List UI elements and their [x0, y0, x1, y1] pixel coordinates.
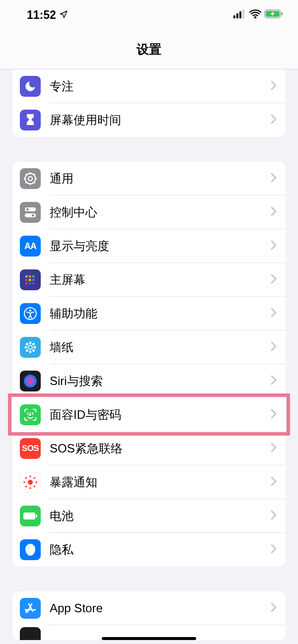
- row-privacy[interactable]: 隐私: [12, 533, 286, 567]
- svg-point-49: [35, 481, 37, 483]
- wallpaper-icon: [20, 337, 41, 358]
- row-focus[interactable]: 专注: [12, 69, 286, 103]
- cellular-icon: [233, 9, 246, 20]
- row-label: 墙纸: [50, 339, 271, 355]
- chevron-right-icon: [271, 544, 277, 556]
- svg-line-14: [26, 174, 27, 175]
- svg-line-16: [26, 182, 27, 183]
- svg-rect-30: [32, 282, 35, 285]
- svg-point-47: [29, 487, 31, 489]
- home-indicator[interactable]: [102, 637, 196, 641]
- svg-point-33: [28, 345, 32, 349]
- row-label: 显示与亮度: [50, 238, 271, 254]
- svg-point-51: [34, 477, 36, 479]
- row-battery[interactable]: 电池: [12, 499, 286, 533]
- home-screen-icon: [20, 269, 41, 290]
- svg-point-46: [29, 475, 31, 477]
- svg-rect-29: [29, 282, 31, 285]
- svg-point-50: [25, 477, 27, 479]
- status-bar: 11:52: [0, 0, 298, 30]
- row-label: 通用: [50, 171, 271, 187]
- row-wallpaper[interactable]: 墙纸: [12, 330, 286, 364]
- svg-point-52: [25, 486, 27, 488]
- status-time: 11:52: [27, 8, 56, 22]
- row-general[interactable]: 通用: [12, 162, 286, 195]
- row-label: 辅助功能: [50, 306, 271, 322]
- chevron-right-icon: [271, 114, 277, 126]
- row-appstore[interactable]: App Store: [12, 591, 286, 625]
- svg-line-15: [34, 182, 35, 183]
- row-exposure[interactable]: 暴露通知: [12, 465, 286, 499]
- battery-icon: [264, 9, 283, 20]
- focus-icon: [20, 76, 41, 97]
- svg-point-40: [26, 349, 28, 352]
- chevron-right-icon: [271, 510, 277, 522]
- row-label: 暴露通知: [50, 474, 271, 490]
- chevron-right-icon: [271, 409, 277, 421]
- siri-icon: [20, 371, 41, 391]
- row-label: 电池: [50, 508, 271, 524]
- svg-point-35: [29, 351, 32, 353]
- accessibility-icon: [20, 303, 41, 324]
- svg-point-37: [34, 346, 36, 349]
- svg-rect-1: [236, 13, 238, 18]
- row-label: 屏幕使用时间: [50, 112, 271, 128]
- chevron-right-icon: [271, 206, 277, 218]
- chevron-right-icon: [271, 240, 277, 252]
- privacy-icon: [20, 539, 41, 560]
- chevron-right-icon: [271, 308, 277, 320]
- chevron-right-icon: [271, 274, 277, 286]
- display-icon: AA: [20, 236, 41, 257]
- svg-rect-26: [29, 279, 31, 281]
- svg-rect-24: [32, 275, 35, 278]
- control-center-icon: [20, 202, 41, 223]
- screentime-icon: [20, 110, 41, 130]
- svg-point-39: [32, 343, 35, 345]
- svg-rect-25: [25, 279, 28, 281]
- row-control-center[interactable]: 控制中心: [12, 195, 286, 229]
- settings-group-2: 通用 控制中心 AA 显示与亮度 主屏幕: [12, 162, 286, 567]
- svg-point-36: [25, 346, 27, 349]
- chevron-right-icon: [271, 341, 277, 353]
- svg-point-21: [32, 214, 34, 217]
- settings-group-1: 专注 屏幕使用时间: [12, 69, 286, 137]
- svg-point-19: [26, 208, 29, 211]
- svg-point-45: [28, 480, 33, 485]
- chevron-right-icon: [271, 173, 277, 185]
- page-title-text: 设置: [137, 41, 161, 58]
- svg-point-42: [24, 375, 37, 387]
- row-label: 主屏幕: [50, 272, 271, 288]
- row-label: 面容ID与密码: [50, 407, 271, 423]
- chevron-right-icon: [271, 443, 277, 454]
- gear-icon: [20, 168, 41, 189]
- row-home-screen[interactable]: 主屏幕: [12, 263, 286, 297]
- row-screentime[interactable]: 屏幕使用时间: [12, 103, 286, 137]
- wallet-icon-partial: [20, 627, 41, 640]
- settings-group-3: App Store: [12, 591, 286, 640]
- appstore-icon: [20, 598, 41, 619]
- svg-rect-22: [25, 275, 28, 278]
- svg-rect-27: [32, 279, 35, 281]
- row-faceid[interactable]: 面容ID与密码: [12, 398, 286, 432]
- svg-point-53: [34, 486, 36, 488]
- chevron-right-icon: [271, 476, 277, 488]
- row-siri[interactable]: Siri与搜索: [12, 364, 286, 398]
- row-display[interactable]: AA 显示与亮度: [12, 229, 286, 263]
- row-sos[interactable]: SOS SOS紧急联络: [12, 432, 286, 465]
- svg-point-41: [32, 349, 35, 352]
- svg-line-17: [34, 174, 35, 175]
- svg-point-9: [28, 177, 32, 181]
- row-label: Siri与搜索: [50, 373, 271, 389]
- svg-rect-7: [282, 12, 283, 15]
- svg-rect-0: [233, 15, 235, 18]
- wifi-icon: [249, 9, 261, 20]
- row-accessibility[interactable]: 辅助功能: [12, 297, 286, 330]
- chevron-right-icon: [271, 602, 277, 614]
- row-label: App Store: [50, 601, 271, 615]
- page-title: 设置: [0, 30, 298, 69]
- svg-point-32: [29, 310, 31, 312]
- svg-rect-54: [23, 513, 35, 519]
- svg-point-34: [29, 342, 32, 344]
- row-label: 专注: [50, 78, 271, 94]
- faceid-icon: [20, 404, 41, 425]
